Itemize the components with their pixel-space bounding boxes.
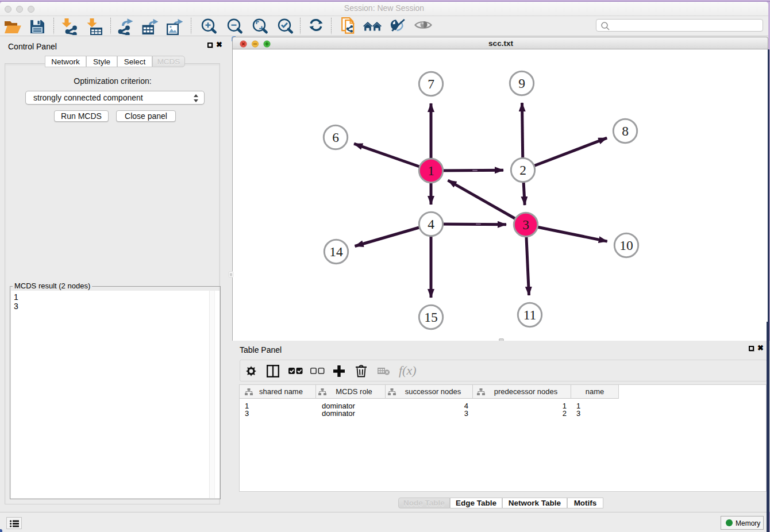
- svg-text:15: 15: [424, 310, 438, 325]
- svg-text:3: 3: [522, 217, 529, 232]
- svg-text:7: 7: [428, 76, 434, 91]
- svg-text:11: 11: [523, 307, 537, 322]
- svg-text:6: 6: [332, 130, 339, 145]
- svg-text:10: 10: [619, 238, 633, 253]
- svg-text:1: 1: [428, 163, 434, 178]
- svg-text:9: 9: [518, 76, 525, 91]
- svg-text:14: 14: [329, 244, 343, 259]
- svg-text:8: 8: [622, 124, 629, 138]
- svg-text:4: 4: [428, 217, 434, 232]
- svg-text:2: 2: [519, 163, 526, 178]
